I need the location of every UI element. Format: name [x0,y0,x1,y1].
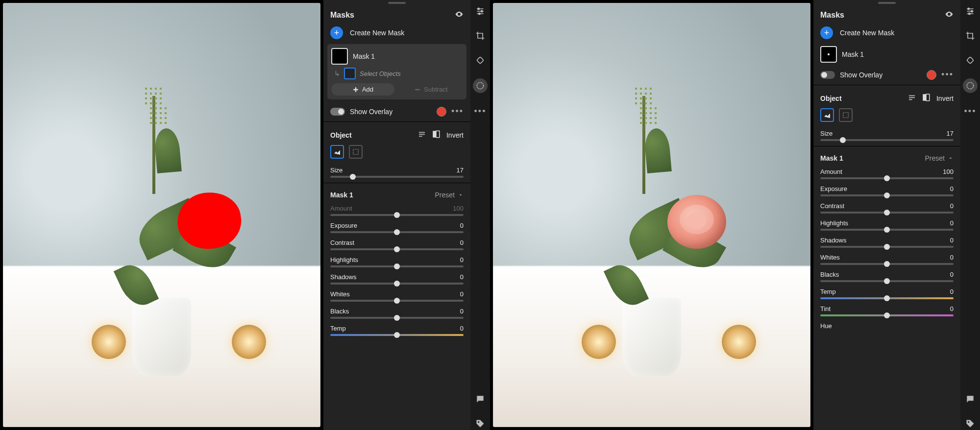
exposure-slider[interactable] [330,231,464,233]
overlay-color-swatch[interactable] [437,107,446,117]
subtract-from-mask-button[interactable]: Subtract [399,83,463,96]
highlights-value[interactable]: 0 [460,256,464,263]
show-overlay-toggle[interactable] [820,71,835,79]
whites-slider[interactable] [330,300,464,302]
size-slider[interactable] [330,176,464,178]
exposure-value[interactable]: 0 [950,185,954,192]
tint-slider[interactable] [820,314,954,316]
mask-name-edit-icon[interactable] [418,130,426,140]
crop-tool-icon[interactable] [474,29,487,42]
invert-label[interactable]: Invert [936,95,954,102]
blacks-slider[interactable] [820,280,954,282]
mask-component-thumbnail[interactable] [344,68,356,79]
panel-drag-handle[interactable] [388,2,406,4]
crop-tool-icon[interactable] [964,29,977,42]
temp-slider[interactable] [330,334,464,336]
tag-tool-icon[interactable] [474,417,487,430]
amount-label: Amount [820,168,842,175]
create-mask-label[interactable]: Create New Mask [840,29,894,37]
adjust-tool-icon[interactable] [964,5,977,18]
visibility-toggle-icon[interactable] [455,10,464,21]
highlights-value[interactable]: 0 [950,219,954,227]
amount-value[interactable]: 100 [943,168,954,175]
highlights-slider[interactable] [820,229,954,231]
invert-icon[interactable] [922,93,931,103]
whites-slider[interactable] [820,263,954,265]
svg-point-24 [968,421,969,423]
amount-slider[interactable] [330,214,464,216]
brush-select-mode[interactable] [330,145,344,159]
svg-rect-4 [433,131,436,138]
preset-dropdown[interactable]: Preset [435,191,464,199]
shadows-slider[interactable] [820,246,954,248]
tag-tool-icon[interactable] [964,417,977,430]
temp-slider[interactable] [820,297,954,299]
mask-tool-icon[interactable] [473,78,488,93]
more-options-icon[interactable]: ••• [451,106,464,117]
brush-select-mode[interactable] [820,108,834,122]
size-value[interactable]: 17 [947,130,954,137]
more-tool-icon[interactable]: ••• [964,105,977,118]
contrast-value[interactable]: 0 [460,239,464,246]
tint-value[interactable]: 0 [950,305,954,312]
exposure-value[interactable]: 0 [460,222,464,229]
create-mask-label[interactable]: Create New Mask [350,29,404,37]
mask-tool-icon[interactable] [963,78,978,93]
blacks-value[interactable]: 0 [950,271,954,278]
mask-indent-icon: ↳ [334,70,340,77]
rect-select-mode[interactable] [839,108,853,122]
blacks-slider[interactable] [330,317,464,319]
adjust-tool-icon[interactable] [474,5,487,18]
temp-value[interactable]: 0 [460,325,464,332]
add-to-mask-button[interactable]: Add [331,83,394,96]
blacks-value[interactable]: 0 [460,308,464,315]
svg-rect-0 [416,89,420,90]
size-slider[interactable] [820,139,954,141]
exposure-slider[interactable] [820,194,954,196]
left-canvas[interactable] [0,0,323,430]
mask-item[interactable]: Mask 1 [813,44,960,67]
visibility-toggle-icon[interactable] [945,10,954,21]
contrast-slider[interactable] [820,212,954,214]
panel-drag-handle[interactable] [878,2,896,4]
contrast-value[interactable]: 0 [950,202,954,210]
preset-dropdown[interactable]: Preset [925,154,954,162]
mask-item[interactable]: Mask 1 ↳ Select Objects Add Subtract [327,44,466,99]
size-value[interactable]: 17 [457,167,464,174]
more-tool-icon[interactable]: ••• [474,105,487,118]
show-overlay-toggle[interactable] [330,108,345,116]
show-overlay-label: Show Overlay [350,108,392,116]
shadows-value[interactable]: 0 [950,237,954,244]
svg-rect-17 [926,94,930,101]
highlights-slider[interactable] [330,265,464,267]
amount-slider[interactable] [820,177,954,179]
mask-thumbnail[interactable] [820,46,837,63]
temp-value[interactable]: 0 [950,288,954,295]
contrast-slider[interactable] [330,248,464,250]
amount-value[interactable]: 100 [453,205,464,212]
svg-rect-16 [923,94,926,101]
svg-rect-15 [909,99,912,100]
comment-tool-icon[interactable] [964,393,977,406]
svg-rect-6 [353,149,359,155]
more-options-icon[interactable]: ••• [941,70,954,80]
shadows-value[interactable]: 0 [460,273,464,281]
whites-value[interactable]: 0 [460,290,464,298]
hue-label: Hue [820,322,832,330]
comment-tool-icon[interactable] [474,393,487,406]
create-mask-button[interactable]: + [820,26,833,39]
mask-adjust-title: Mask 1 [330,191,353,199]
heal-tool-icon[interactable] [964,54,977,67]
heal-tool-icon[interactable] [474,54,487,67]
shadows-slider[interactable] [330,283,464,285]
create-mask-button[interactable]: + [330,26,343,39]
svg-rect-18 [843,113,849,118]
mask-name-edit-icon[interactable] [908,94,916,103]
mask-thumbnail[interactable] [331,48,348,65]
invert-icon[interactable] [432,130,441,140]
invert-label[interactable]: Invert [446,131,464,139]
whites-value[interactable]: 0 [950,254,954,261]
rect-select-mode[interactable] [349,145,363,159]
overlay-color-swatch[interactable] [927,70,936,80]
right-canvas[interactable] [490,0,813,430]
